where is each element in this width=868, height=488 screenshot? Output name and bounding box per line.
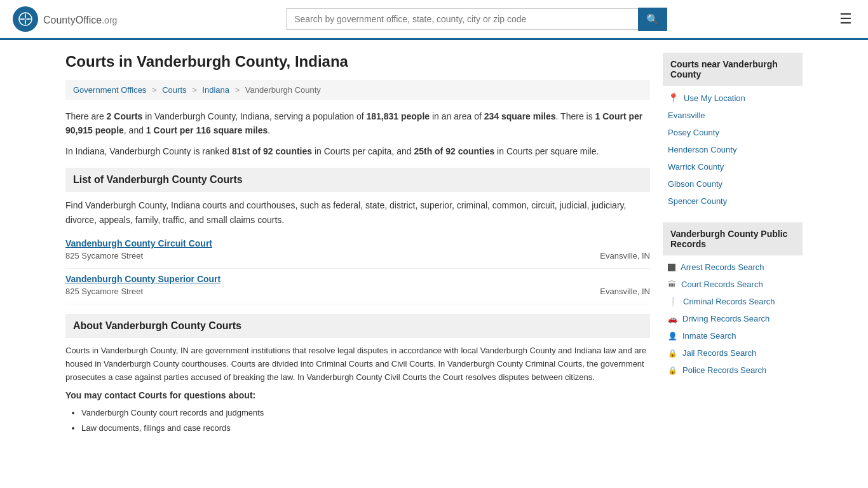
breadcrumb-current: Vanderburgh County — [245, 85, 321, 95]
criminal-icon: ❕ — [668, 297, 678, 306]
bullet-list: Vanderburgh County court records and jud… — [65, 405, 650, 435]
stats-para-2: In Indiana, Vanderburgh County is ranked… — [65, 144, 650, 158]
driving-icon: 🚗 — [668, 315, 677, 323]
about-section-header: About Vanderburgh County Courts — [65, 314, 650, 338]
court-records-link[interactable]: Court Records Search — [681, 280, 763, 289]
driving-records-link[interactable]: Driving Records Search — [682, 314, 770, 323]
record-item-0[interactable]: Arrest Records Search — [663, 259, 803, 276]
site-header: CountyOffice.org 🔍 ☰ — [0, 0, 868, 40]
list-section-description: Find Vanderburgh County, Indiana courts … — [65, 198, 650, 227]
nearby-warrick[interactable]: Warrick County — [668, 162, 724, 172]
logo-icon — [13, 6, 38, 32]
about-para: Courts in Vanderburgh County, IN are gov… — [65, 344, 650, 384]
nearby-link-4[interactable]: Warrick County — [663, 158, 803, 175]
nearby-posey[interactable]: Posey County — [668, 128, 719, 137]
record-item-1[interactable]: 🏛 Court Records Search — [663, 276, 803, 293]
nearby-link-3[interactable]: Henderson County — [663, 141, 803, 158]
use-my-location-item[interactable]: 📍 Use My Location — [663, 89, 803, 107]
jail-icon: 🔒 — [668, 349, 677, 358]
court-address-row-2: 825 Sycamore Street Evansville, IN — [65, 284, 650, 299]
breadcrumb: Government Offices > Courts > Indiana > … — [65, 80, 650, 100]
nearby-spencer[interactable]: Spencer County — [668, 196, 727, 206]
arrest-icon — [668, 264, 675, 271]
arrest-records-link[interactable]: Arrest Records Search — [681, 262, 764, 272]
court-name-2[interactable]: Vandenburgh County Superior Court — [65, 274, 650, 284]
court-address-2: 825 Sycamore Street — [65, 287, 143, 296]
public-records-header: Vanderburgh County Public Records — [663, 222, 803, 255]
court-entry-2: Vandenburgh County Superior Court 825 Sy… — [65, 269, 650, 304]
search-button[interactable]: 🔍 — [638, 8, 667, 31]
use-my-location-link[interactable]: Use My Location — [684, 93, 745, 103]
nearby-gibson[interactable]: Gibson County — [668, 179, 722, 189]
site-name: CountyOffice.org — [43, 12, 117, 27]
breadcrumb-link-gov[interactable]: Government Offices — [73, 85, 146, 95]
nearby-henderson[interactable]: Henderson County — [668, 145, 736, 154]
criminal-records-link[interactable]: Criminal Records Search — [683, 297, 775, 306]
inmate-search-link[interactable]: Inmate Search — [682, 331, 736, 341]
record-item-2[interactable]: ❕ Criminal Records Search — [663, 293, 803, 310]
nearby-section: Courts near Vanderburgh County 📍 Use My … — [663, 53, 803, 210]
search-input[interactable] — [286, 8, 638, 30]
public-records-section: Vanderburgh County Public Records Arrest… — [663, 222, 803, 379]
inmate-icon: 👤 — [668, 332, 677, 341]
nearby-link-1[interactable]: Evansville — [663, 107, 803, 124]
court-city-2: Evansville, IN — [600, 287, 650, 296]
nearby-header: Courts near Vanderburgh County — [663, 53, 803, 86]
menu-icon[interactable]: ☰ — [836, 8, 855, 30]
breadcrumb-link-courts[interactable]: Courts — [162, 85, 186, 95]
bullet-item-2: Law documents, filings and case records — [81, 421, 650, 435]
location-icon: 📍 — [668, 93, 679, 103]
content-area: Courts in Vanderburgh County, Indiana Go… — [65, 53, 650, 435]
court-name-1[interactable]: Vandenburgh County Circuit Court — [65, 238, 650, 248]
court-records-icon: 🏛 — [668, 280, 676, 289]
record-item-6[interactable]: 🔒 Police Records Search — [663, 362, 803, 379]
nearby-evansville[interactable]: Evansville — [668, 111, 705, 120]
breadcrumb-link-indiana[interactable]: Indiana — [202, 85, 229, 95]
record-item-5[interactable]: 🔒 Jail Records Search — [663, 344, 803, 362]
stats-para-1: There are 2 Courts in Vanderburgh County… — [65, 109, 650, 138]
court-entry-1: Vandenburgh County Circuit Court 825 Syc… — [65, 233, 650, 269]
nearby-link-6[interactable]: Spencer County — [663, 193, 803, 210]
sidebar: Courts near Vanderburgh County 📍 Use My … — [663, 53, 803, 435]
police-records-link[interactable]: Police Records Search — [682, 365, 766, 375]
page-title: Courts in Vanderburgh County, Indiana — [65, 53, 650, 71]
police-icon: 🔒 — [668, 366, 677, 375]
court-city-1: Evansville, IN — [600, 251, 650, 261]
contact-header: You may contact Courts for questions abo… — [65, 390, 650, 400]
court-address-1: 825 Sycamore Street — [65, 251, 143, 261]
nearby-link-5[interactable]: Gibson County — [663, 175, 803, 193]
list-section-header: List of Vanderburgh County Courts — [65, 168, 650, 192]
bullet-item-1: Vanderburgh County court records and jud… — [81, 405, 650, 420]
logo-area[interactable]: CountyOffice.org — [13, 6, 117, 32]
court-address-row-1: 825 Sycamore Street Evansville, IN — [65, 248, 650, 263]
record-item-4[interactable]: 👤 Inmate Search — [663, 327, 803, 344]
record-item-3[interactable]: 🚗 Driving Records Search — [663, 310, 803, 327]
search-area: 🔍 — [286, 8, 667, 31]
jail-records-link[interactable]: Jail Records Search — [682, 348, 756, 358]
main-container: Courts in Vanderburgh County, Indiana Go… — [53, 53, 815, 435]
nearby-link-2[interactable]: Posey County — [663, 124, 803, 141]
